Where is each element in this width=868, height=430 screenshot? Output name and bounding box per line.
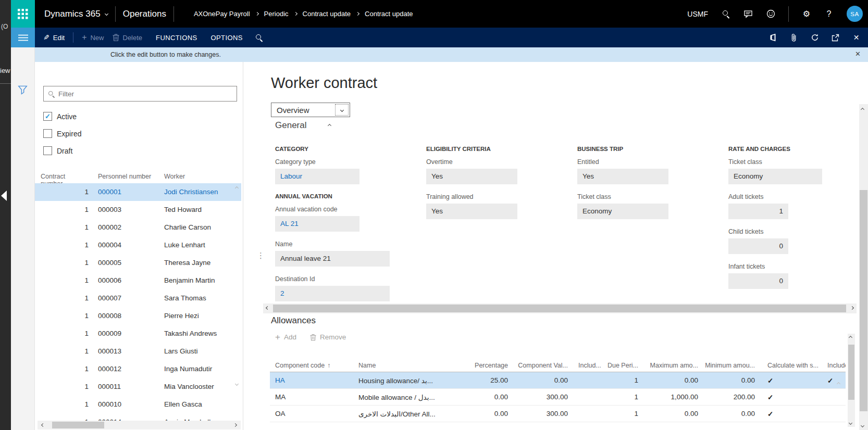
open-in-new-window-icon[interactable]: [831, 33, 840, 42]
company-selector[interactable]: USMF: [687, 10, 708, 18]
scroll-down-icon[interactable]: [861, 424, 864, 427]
app-name[interactable]: Operations: [123, 9, 166, 19]
column-header-name[interactable]: Name: [358, 362, 472, 369]
status-filter-row[interactable]: ✓ Active: [43, 112, 81, 121]
view-selector-dropdown-button[interactable]: [335, 104, 349, 116]
close-icon[interactable]: ✕: [852, 33, 861, 42]
breadcrumb-item[interactable]: Contract update: [289, 10, 351, 18]
status-filter-row[interactable]: ✓ Draft: [43, 146, 81, 155]
field-value[interactable]: 1: [728, 204, 788, 219]
scroll-left-icon[interactable]: [266, 306, 269, 310]
scroll-right-icon[interactable]: [233, 423, 237, 427]
form-horizontal-scrollbar[interactable]: [263, 303, 857, 313]
filter-rail: [11, 47, 35, 430]
scrollbar-thumb[interactable]: [273, 305, 846, 312]
functions-menu[interactable]: FUNCTIONS: [156, 34, 197, 42]
field-value[interactable]: 0: [728, 273, 788, 289]
settings-gear-icon[interactable]: ⚙: [802, 9, 811, 19]
field-value[interactable]: Economy: [728, 169, 822, 184]
allowance-row[interactable]: MA Mobile allowance / بدل... 0.00 300.00…: [270, 389, 846, 406]
field-value[interactable]: 2: [275, 286, 390, 301]
scrollbar-thumb[interactable]: [52, 422, 104, 428]
worker-row[interactable]: 1 000011 Mia Vanclooster: [35, 378, 241, 396]
filter-funnel-icon[interactable]: [18, 85, 28, 95]
checkbox[interactable]: ✓: [43, 112, 52, 121]
worker-row[interactable]: 1 000002 Charlie Carson: [35, 219, 241, 236]
column-header-included[interactable]: Includ...: [574, 362, 607, 369]
scroll-down-icon[interactable]: [849, 421, 852, 425]
office-icon[interactable]: [768, 33, 777, 42]
worker-row[interactable]: 1 000006 Benjamin Martin: [35, 272, 241, 289]
scrollbar-thumb[interactable]: [860, 190, 867, 411]
checkbox[interactable]: ✓: [43, 129, 52, 138]
breadcrumb-item[interactable]: Contract update: [351, 10, 413, 18]
filter-search-box[interactable]: [43, 86, 237, 102]
worker-row[interactable]: 1 000008 Pierre Hezi: [35, 307, 241, 325]
banner-close-icon[interactable]: ✕: [855, 50, 861, 58]
add-button[interactable]: + Add: [275, 333, 296, 341]
field-value[interactable]: Yes: [577, 169, 668, 184]
panel-splitter[interactable]: ⋮: [243, 62, 266, 430]
splitter-handle[interactable]: ⋮: [257, 254, 265, 257]
scroll-up-icon[interactable]: [861, 108, 864, 111]
worker-row[interactable]: 1 000001 Jodi Christiansen: [35, 183, 241, 201]
breadcrumb-item[interactable]: Periodic: [250, 10, 289, 18]
allowance-row[interactable]: HA Housing allowance/ بد... 25.00 0.00 1…: [270, 372, 846, 389]
column-header-calculate-with[interactable]: Calculate with s...: [761, 362, 822, 369]
breadcrumb-item[interactable]: AXOnePay Payroll: [194, 10, 250, 18]
remove-button[interactable]: Remove: [310, 333, 346, 341]
refresh-icon[interactable]: [810, 33, 819, 42]
worker-row[interactable]: 1 000010 Ellen Gasca: [35, 396, 241, 413]
worker-row[interactable]: 1 000012 Inga Numadutir: [35, 360, 241, 378]
field-value[interactable]: Yes: [426, 204, 517, 219]
options-menu[interactable]: OPTIONS: [211, 34, 243, 42]
new-button[interactable]: + New: [82, 33, 104, 42]
view-selector[interactable]: Overview: [271, 103, 350, 117]
main-vertical-scrollbar[interactable]: [859, 104, 868, 430]
scroll-left-icon[interactable]: [41, 423, 45, 427]
grid-vertical-scrollbar[interactable]: [848, 334, 855, 427]
allowance-row[interactable]: OA البدلات الاخرى/Other All... 0.00 300.…: [270, 406, 846, 422]
column-header-due-period[interactable]: Due Peri...: [607, 362, 644, 369]
app-launcher-button[interactable]: [11, 0, 35, 28]
help-icon[interactable]: ?: [824, 9, 834, 19]
field-value[interactable]: Labour: [275, 169, 359, 184]
status-filter-row[interactable]: ✓ Expired: [43, 129, 81, 138]
command-search-icon[interactable]: [251, 34, 263, 42]
worker-row[interactable]: 1 000014 Annie Marshall: [35, 413, 241, 421]
user-avatar[interactable]: SA: [847, 6, 863, 22]
column-header-maximum-amount[interactable]: Maximum amo...: [644, 362, 704, 369]
worker-row[interactable]: 1 000009 Takashi Andrews: [35, 325, 241, 343]
collapse-arrow-icon[interactable]: [1, 191, 7, 201]
field-value[interactable]: Annual leave 21: [275, 251, 390, 267]
edit-button[interactable]: ✎ Edit: [43, 33, 65, 42]
worker-row[interactable]: 1 000007 Sara Thomas: [35, 289, 241, 307]
worker-row[interactable]: 1 000004 Luke Lenhart: [35, 236, 241, 254]
worker-row[interactable]: 1 000005 Theresa Jayne: [35, 254, 241, 272]
worker-row[interactable]: 1 000003 Ted Howard: [35, 201, 241, 219]
field-value[interactable]: 0: [728, 238, 788, 254]
hamburger-menu-button[interactable]: [11, 28, 35, 47]
worker-row[interactable]: 1 000013 Lars Giusti: [35, 343, 241, 360]
scroll-right-icon[interactable]: [850, 306, 854, 310]
search-icon[interactable]: [721, 9, 730, 19]
column-header-percentage[interactable]: Percentage: [472, 362, 514, 369]
feedback-icon[interactable]: [743, 9, 753, 19]
delete-button[interactable]: Delete: [113, 34, 143, 42]
checkbox[interactable]: ✓: [43, 146, 52, 155]
column-header-include[interactable]: Include: [822, 362, 846, 369]
column-header-component-code[interactable]: Component code↑: [270, 362, 358, 369]
dynamics-365-menu[interactable]: Dynamics 365: [44, 9, 108, 19]
attachments-paperclip-icon[interactable]: [789, 33, 798, 42]
scroll-up-icon[interactable]: [849, 336, 852, 339]
field-value[interactable]: Economy: [577, 204, 668, 219]
smiley-icon[interactable]: [766, 9, 775, 19]
scrollbar-thumb[interactable]: [848, 345, 854, 400]
field-value[interactable]: Yes: [426, 169, 517, 184]
list-horizontal-scrollbar[interactable]: [38, 421, 241, 429]
column-header-minimum-amount[interactable]: Minimum amou...: [704, 362, 761, 369]
general-section-header[interactable]: General: [275, 120, 331, 131]
filter-input[interactable]: [58, 87, 237, 100]
field-value[interactable]: AL 21: [275, 216, 359, 232]
column-header-component-value[interactable]: Component Val...: [514, 362, 574, 369]
